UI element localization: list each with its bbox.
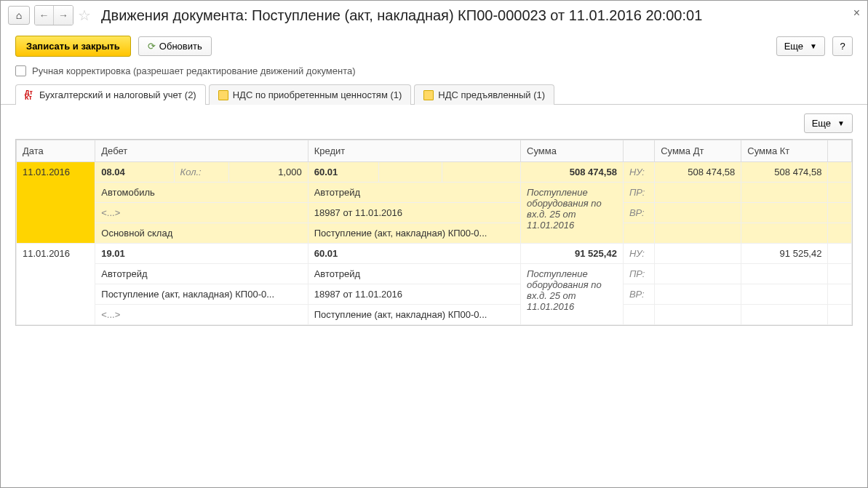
th-tail[interactable] bbox=[828, 140, 852, 162]
table-row[interactable]: Автотрейд Автотрейд Поступление оборудов… bbox=[17, 264, 852, 284]
main-window: × ⌂ ← → ☆ Движения документа: Поступлени… bbox=[0, 0, 868, 488]
table-body: 11.01.2016 08.04 Кол.: 1,000 60.01 508 4… bbox=[17, 162, 852, 325]
tab-content: Еще ▼ Дата Дебет Кредит Сумма bbox=[1, 105, 867, 335]
th-sum[interactable]: Сумма bbox=[521, 140, 624, 162]
cell-sum: 508 474,58 bbox=[521, 162, 624, 183]
tab-vat-presented[interactable]: НДС предъявленный (1) bbox=[414, 84, 554, 105]
th-blank[interactable] bbox=[623, 140, 654, 162]
table-more-button[interactable]: Еще ▼ bbox=[804, 113, 853, 133]
help-button[interactable]: ? bbox=[832, 36, 853, 56]
nav-group: ← → bbox=[34, 5, 73, 25]
manual-edit-row: Ручная корректировка (разрешает редактир… bbox=[1, 63, 867, 84]
top-toolbar: ⌂ ← → ☆ Движения документа: Поступление … bbox=[1, 1, 867, 30]
cell-debit-sub: <...> bbox=[95, 305, 308, 325]
more-label: Еще bbox=[812, 118, 831, 129]
arrow-left-icon: ← bbox=[39, 9, 49, 21]
tab-label: НДС по приобретенным ценностям (1) bbox=[233, 89, 402, 100]
cell-sum-note: Поступление оборудования по вх.д. 25 от … bbox=[521, 264, 624, 325]
cell-debit-acct: 08.04 bbox=[95, 162, 174, 183]
cell-qty: 1,000 bbox=[229, 162, 308, 183]
cell-credit-sub: Автотрейд bbox=[308, 183, 520, 203]
cell-sum-kt: 91 525,42 bbox=[741, 244, 828, 264]
th-debit[interactable]: Дебет bbox=[95, 140, 308, 162]
page-title: Движения документа: Поступление (акт, на… bbox=[101, 7, 702, 24]
cell-tag: ВР: bbox=[623, 284, 654, 305]
action-bar: Записать и закрыть ⟳ Обновить Еще ▼ ? bbox=[1, 30, 867, 63]
th-date[interactable]: Дата bbox=[17, 140, 95, 162]
tab-label: Бухгалтерский и налоговый учет (2) bbox=[39, 89, 196, 100]
cell-tag: НУ: bbox=[623, 162, 654, 183]
table-row[interactable]: Поступление (акт, накладная) КП00-0... 1… bbox=[17, 284, 852, 305]
ledger-table: Дата Дебет Кредит Сумма Сумма Дт Сумма К… bbox=[16, 140, 852, 325]
cell-tag: НУ: bbox=[623, 244, 654, 264]
cell-credit-sub: 18987 от 11.01.2016 bbox=[308, 284, 520, 305]
cell-sum-dt bbox=[655, 244, 741, 264]
cell-sum: 91 525,42 bbox=[521, 244, 624, 264]
close-icon[interactable]: × bbox=[853, 7, 860, 20]
refresh-button[interactable]: ⟳ Обновить bbox=[138, 36, 212, 56]
save-close-button[interactable]: Записать и закрыть bbox=[15, 36, 131, 57]
cell-credit-sub: Автотрейд bbox=[308, 264, 520, 284]
table-row[interactable]: Основной склад Поступление (акт, накладн… bbox=[17, 223, 852, 244]
cell-credit-sub: Поступление (акт, накладная) КП00-0... bbox=[308, 305, 520, 325]
ledger-table-wrap: Дата Дебет Кредит Сумма Сумма Дт Сумма К… bbox=[15, 139, 853, 326]
cell-sum-kt: 508 474,58 bbox=[741, 162, 828, 183]
dtkt-icon: ДтКт bbox=[25, 90, 35, 100]
cell-tag: ПР: bbox=[623, 264, 654, 284]
table-row[interactable]: Автомобиль Автотрейд Поступление оборудо… bbox=[17, 183, 852, 203]
more-label: Еще bbox=[784, 41, 803, 52]
refresh-icon: ⟳ bbox=[148, 41, 156, 52]
cell-sum-dt: 508 474,58 bbox=[655, 162, 741, 183]
home-button[interactable]: ⌂ bbox=[8, 6, 30, 25]
cell-tag: ПР: bbox=[623, 183, 654, 203]
table-row[interactable]: 11.01.2016 19.01 60.01 91 525,42 НУ: 91 … bbox=[17, 244, 852, 264]
table-head: Дата Дебет Кредит Сумма Сумма Дт Сумма К… bbox=[17, 140, 852, 162]
forward-button[interactable]: → bbox=[54, 6, 73, 25]
doc-icon bbox=[218, 90, 228, 100]
tab-bar: ДтКт Бухгалтерский и налоговый учет (2) … bbox=[1, 84, 867, 105]
th-sum-kt[interactable]: Сумма Кт bbox=[741, 140, 828, 162]
cell-tag: ВР: bbox=[623, 203, 654, 223]
chevron-down-icon: ▼ bbox=[837, 119, 845, 127]
th-credit[interactable]: Кредит bbox=[308, 140, 520, 162]
cell-debit-sub: Автотрейд bbox=[95, 264, 308, 284]
cell-debit-sub: Автомобиль bbox=[95, 183, 308, 203]
favorite-icon[interactable]: ☆ bbox=[78, 7, 91, 24]
table-row[interactable]: 11.01.2016 08.04 Кол.: 1,000 60.01 508 4… bbox=[17, 162, 852, 183]
chevron-down-icon: ▼ bbox=[810, 42, 817, 50]
th-sum-dt[interactable]: Сумма Дт bbox=[655, 140, 741, 162]
cell-debit-sub: Основной склад bbox=[95, 223, 308, 244]
tab-accounting[interactable]: ДтКт Бухгалтерский и налоговый учет (2) bbox=[15, 84, 206, 105]
cell-qty-label: Кол.: bbox=[174, 162, 229, 183]
tab-vat-acquired[interactable]: НДС по приобретенным ценностям (1) bbox=[209, 84, 412, 105]
cell-debit-acct: 19.01 bbox=[95, 244, 308, 264]
cell-sum-note: Поступление оборудования по вх.д. 25 от … bbox=[521, 183, 624, 244]
back-button[interactable]: ← bbox=[35, 6, 54, 25]
cell-credit-acct: 60.01 bbox=[308, 162, 378, 183]
arrow-right-icon: → bbox=[58, 9, 68, 21]
doc-icon bbox=[423, 90, 434, 100]
tab-label: НДС предъявленный (1) bbox=[438, 89, 545, 100]
cell-credit-sub: Поступление (акт, накладная) КП00-0... bbox=[308, 223, 520, 244]
manual-edit-checkbox[interactable] bbox=[15, 65, 26, 76]
cell-debit-sub: <...> bbox=[95, 203, 308, 223]
more-button[interactable]: Еще ▼ bbox=[776, 36, 825, 56]
cell-debit-sub: Поступление (акт, накладная) КП00-0... bbox=[95, 284, 308, 305]
sub-action-bar: Еще ▼ bbox=[15, 113, 853, 133]
table-row[interactable]: <...> 18987 от 11.01.2016 ВР: bbox=[17, 203, 852, 223]
cell-credit-sub: 18987 от 11.01.2016 bbox=[308, 203, 520, 223]
refresh-label: Обновить bbox=[159, 41, 202, 52]
home-icon: ⌂ bbox=[16, 9, 22, 21]
cell-credit-acct: 60.01 bbox=[308, 244, 520, 264]
cell-date: 11.01.2016 bbox=[17, 244, 95, 325]
cell-date: 11.01.2016 bbox=[17, 162, 95, 244]
manual-edit-label: Ручная корректировка (разрешает редактир… bbox=[32, 65, 356, 76]
table-row[interactable]: <...> Поступление (акт, накладная) КП00-… bbox=[17, 305, 852, 325]
